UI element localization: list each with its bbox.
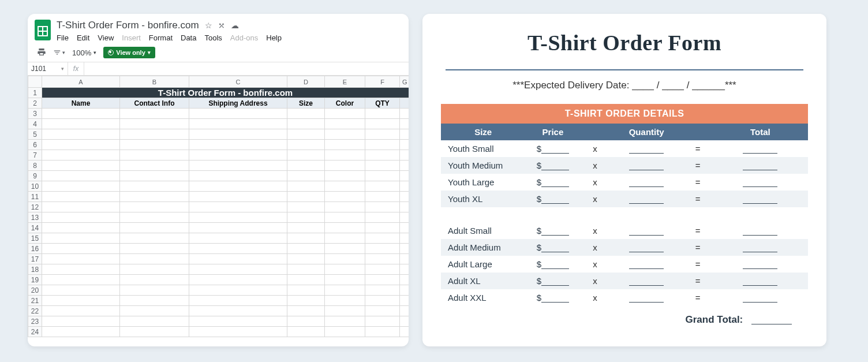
filter-icon[interactable]: ▾ <box>53 48 65 57</box>
column-header-D[interactable]: D <box>287 76 325 88</box>
menu-view[interactable]: View <box>98 33 114 42</box>
cell[interactable] <box>42 119 120 129</box>
row-header[interactable]: 15 <box>28 233 42 244</box>
cell[interactable] <box>120 275 189 285</box>
cell[interactable] <box>120 140 189 150</box>
cell[interactable] <box>325 202 365 212</box>
cell[interactable] <box>400 285 409 296</box>
cell[interactable] <box>120 212 189 223</box>
cell[interactable] <box>365 161 400 171</box>
cell[interactable] <box>287 202 325 212</box>
row-header[interactable]: 18 <box>28 264 42 275</box>
cell[interactable] <box>365 212 400 223</box>
cell[interactable] <box>120 296 189 306</box>
document-title[interactable]: T-Shirt Order Form - bonfire.com <box>57 20 199 31</box>
cell[interactable] <box>325 285 365 296</box>
cell[interactable] <box>42 264 120 275</box>
name-box[interactable]: J101 ▾ <box>28 62 68 75</box>
cell[interactable] <box>120 327 189 337</box>
cell[interactable] <box>400 119 409 129</box>
cell[interactable] <box>120 244 189 254</box>
cell[interactable] <box>400 327 409 337</box>
spreadsheet-grid[interactable]: ABCDEFG 1T-Shirt Order Form - bonfire.co… <box>28 76 409 337</box>
cell[interactable] <box>400 212 409 223</box>
cell[interactable] <box>120 192 189 202</box>
row-header[interactable]: 4 <box>28 119 42 129</box>
cell[interactable] <box>42 212 120 223</box>
cell[interactable] <box>325 233 365 244</box>
row-header[interactable]: 1 <box>28 88 42 98</box>
cell[interactable] <box>287 181 325 192</box>
cell[interactable] <box>287 306 325 316</box>
corner-cell[interactable] <box>28 76 42 88</box>
sheet-title-cell[interactable]: T-Shirt Order Form - bonfire.com <box>42 88 409 98</box>
cell[interactable] <box>400 316 409 327</box>
cell[interactable] <box>400 254 409 264</box>
cell[interactable] <box>325 161 365 171</box>
sheet-column-header[interactable]: Contact Info <box>120 98 189 109</box>
cell[interactable] <box>365 285 400 296</box>
cell[interactable] <box>189 264 287 275</box>
cell[interactable] <box>400 150 409 161</box>
cell[interactable] <box>120 264 189 275</box>
row-header[interactable]: 21 <box>28 296 42 306</box>
menu-tools[interactable]: Tools <box>204 33 222 42</box>
menu-add-ons[interactable]: Add-ons <box>230 33 258 42</box>
column-header-A[interactable]: A <box>42 76 120 88</box>
price-cell[interactable]: $ <box>525 157 580 174</box>
cell[interactable] <box>325 150 365 161</box>
cell[interactable] <box>365 181 400 192</box>
star-icon[interactable]: ☆ <box>205 21 212 29</box>
cell[interactable] <box>400 223 409 233</box>
row-header[interactable]: 10 <box>28 181 42 192</box>
cell[interactable] <box>400 129 409 140</box>
cell[interactable] <box>365 244 400 254</box>
cell[interactable] <box>400 233 409 244</box>
cell[interactable] <box>42 316 120 327</box>
cell[interactable] <box>42 223 120 233</box>
cell[interactable] <box>42 181 120 192</box>
cell[interactable] <box>287 296 325 306</box>
cell[interactable] <box>365 275 400 285</box>
cell[interactable] <box>400 244 409 254</box>
cell[interactable] <box>287 285 325 296</box>
column-header-C[interactable]: C <box>189 76 287 88</box>
cell[interactable] <box>42 296 120 306</box>
cell[interactable] <box>189 254 287 264</box>
cell[interactable] <box>120 181 189 192</box>
row-total-cell[interactable] <box>713 191 808 207</box>
price-cell[interactable]: $ <box>525 273 580 289</box>
row-total-cell[interactable] <box>713 273 808 289</box>
column-header-E[interactable]: E <box>325 76 365 88</box>
cell[interactable] <box>189 140 287 150</box>
cell[interactable] <box>189 202 287 212</box>
row-header[interactable]: 6 <box>28 140 42 150</box>
cell[interactable] <box>365 296 400 306</box>
row-header[interactable]: 3 <box>28 109 42 119</box>
cell[interactable] <box>325 327 365 337</box>
cell[interactable] <box>400 192 409 202</box>
cell[interactable] <box>189 212 287 223</box>
cell[interactable] <box>287 223 325 233</box>
cell[interactable] <box>189 192 287 202</box>
cell[interactable] <box>189 275 287 285</box>
cell[interactable] <box>189 296 287 306</box>
row-header[interactable]: 11 <box>28 192 42 202</box>
cell[interactable] <box>120 254 189 264</box>
cell[interactable] <box>287 109 325 119</box>
view-only-pill[interactable]: View only ▾ <box>103 47 155 58</box>
cell[interactable] <box>400 171 409 181</box>
cell[interactable] <box>120 129 189 140</box>
cell[interactable] <box>42 244 120 254</box>
cell[interactable] <box>287 233 325 244</box>
column-header-G[interactable]: G <box>400 76 409 88</box>
cell[interactable] <box>189 171 287 181</box>
cell[interactable] <box>42 202 120 212</box>
cell[interactable] <box>325 275 365 285</box>
cell[interactable] <box>189 306 287 316</box>
cell[interactable] <box>365 192 400 202</box>
cell[interactable] <box>325 254 365 264</box>
cell[interactable] <box>189 316 287 327</box>
row-total-cell[interactable] <box>713 256 808 273</box>
cell[interactable] <box>325 181 365 192</box>
